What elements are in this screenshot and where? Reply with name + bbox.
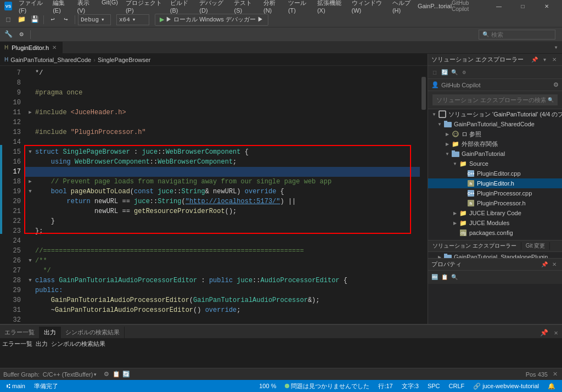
- status-space[interactable]: SPC: [425, 383, 442, 389]
- minimize-button[interactable]: —: [488, 0, 510, 12]
- tree-item-ref[interactable]: ▶ ロ ロ 参照: [428, 129, 562, 139]
- panel-close-btn[interactable]: ✕: [550, 55, 559, 64]
- tab-solution-explorer[interactable]: ソリューション エクスプローラー: [428, 242, 521, 250]
- status-notifications[interactable]: 🔔: [546, 383, 558, 390]
- expand-shared-code[interactable]: ▼: [436, 120, 443, 128]
- tab-symbol-search[interactable]: シンボルの検索結果: [61, 327, 125, 338]
- prop-cat-btn[interactable]: 📋: [440, 273, 449, 282]
- code-content[interactable]: */ #pragma once #include <JuceHeader.h>: [24, 66, 420, 324]
- status-col[interactable]: 文字:3: [400, 382, 421, 390]
- breadcrumb-shared-code[interactable]: GainPanTutorial_SharedCode: [10, 57, 91, 63]
- menu-extensions[interactable]: 拡張機能(X): [314, 0, 347, 15]
- platform-dropdown[interactable]: x64 ▾: [116, 14, 149, 25]
- panel-menu-btn[interactable]: ▾: [540, 55, 549, 64]
- menu-build[interactable]: ビルド(B): [167, 0, 195, 15]
- menu-window[interactable]: ウィンドウ(W): [349, 0, 388, 15]
- tree-item-juce-modules[interactable]: ▶ 📁 JUCE Modules: [428, 218, 562, 228]
- breadcrumb-browser[interactable]: SinglePageBrowser: [98, 57, 151, 63]
- menu-analyze[interactable]: 分析(N): [260, 0, 284, 15]
- collapse-26[interactable]: [26, 257, 34, 265]
- search-input[interactable]: [491, 31, 562, 38]
- tree-item-plugineditor-h[interactable]: h PluginEditor.h: [428, 178, 562, 188]
- close-button[interactable]: ✕: [536, 0, 558, 12]
- tree-item-pluginprocessor-cpp[interactable]: C++ PluginProcessor.cpp: [428, 188, 562, 198]
- tree-item-standalone[interactable]: ▶ GainPanTutorial_StandalonePlugin: [428, 252, 562, 258]
- collapse-11[interactable]: [26, 109, 34, 116]
- solution-search-box[interactable]: 🔍: [432, 94, 558, 105]
- tab-output[interactable]: 出力: [40, 327, 61, 338]
- collapse-15[interactable]: [26, 148, 34, 156]
- tree-item-gainpantutorial[interactable]: ▼ GainPanTutorial: [428, 149, 562, 159]
- buffer-language-dropdown[interactable]: C/C++ (TextBuffer) ▾: [43, 371, 97, 378]
- buffer-close-btn[interactable]: ✕: [551, 371, 559, 378]
- sol-toolbar-btn3[interactable]: 🔍: [450, 68, 459, 77]
- expand-juce-modules[interactable]: ▶: [451, 219, 459, 227]
- toolbar2-btn2[interactable]: ⚙: [15, 29, 27, 41]
- tree-item-source[interactable]: ▼ 📁 Source: [428, 159, 562, 169]
- expand-source[interactable]: ▼: [451, 160, 459, 167]
- menu-project[interactable]: プロジェクト(P): [122, 0, 166, 15]
- tab-close-btn[interactable]: ✕: [51, 44, 58, 51]
- tree-item-plugineditor-cpp[interactable]: C++ PluginEditor.cpp: [428, 169, 562, 178]
- expand-standalone[interactable]: ▶: [436, 253, 443, 258]
- tree-item-pluginprocessor-h[interactable]: h PluginProcessor.h: [428, 198, 562, 208]
- tab-plugineditor-h[interactable]: H PluginEditor.h ✕: [0, 42, 63, 53]
- menu-tools[interactable]: ツール(T): [285, 0, 313, 15]
- expand-external[interactable]: ▶: [443, 140, 451, 148]
- tree-item-packages-config[interactable]: cfg packages.config: [428, 228, 562, 238]
- status-git-icon[interactable]: ⑆ main: [4, 383, 27, 389]
- toolbar2-btn1[interactable]: 🔧: [2, 29, 14, 41]
- properties-pin-btn[interactable]: 📌: [540, 260, 549, 269]
- sol-toolbar-btn4[interactable]: ⚙: [460, 68, 469, 77]
- tab-pin-btn[interactable]: ▾: [550, 42, 562, 53]
- sol-toolbar-btn1[interactable]: ⬚: [430, 68, 439, 77]
- status-zoom[interactable]: 100 %: [257, 383, 278, 389]
- menu-debug[interactable]: デバッグ(D): [196, 0, 229, 15]
- tree-item-external[interactable]: ▶ 📁 外部依存関係: [428, 139, 562, 149]
- expand-ref[interactable]: ▶: [443, 130, 451, 138]
- sol-toolbar-btn2[interactable]: 🔄: [440, 68, 449, 77]
- save-btn[interactable]: 💾: [29, 14, 41, 26]
- status-no-errors[interactable]: 問題は見つかりませんでした: [283, 382, 372, 390]
- collapse-18[interactable]: [26, 178, 34, 186]
- menu-test[interactable]: テスト(S): [231, 0, 259, 15]
- panel-pin-btn[interactable]: 📌: [530, 55, 539, 64]
- status-repo[interactable]: 🔗 juce-webview-tutorial: [471, 383, 541, 390]
- menu-help[interactable]: ヘルプ(H): [389, 0, 418, 15]
- copilot-settings[interactable]: ⚙: [553, 81, 559, 88]
- expand-juce-lib[interactable]: ▶: [451, 209, 459, 217]
- properties-close-btn[interactable]: ✕: [550, 260, 559, 269]
- scroll-thumb[interactable]: [422, 77, 426, 110]
- expand-solution[interactable]: ▼: [430, 110, 438, 118]
- tab-git-changes[interactable]: Git 変更: [521, 242, 550, 250]
- search-box[interactable]: 🔍: [479, 30, 555, 40]
- bottom-panel-close[interactable]: ✕: [550, 327, 562, 339]
- menu-view[interactable]: 表示(V): [74, 0, 97, 15]
- menu-file[interactable]: ファイル(F): [15, 0, 48, 15]
- prop-sort-btn[interactable]: 🔤: [430, 273, 439, 282]
- debug-config-dropdown[interactable]: Debug ▾: [78, 14, 111, 25]
- tree-item-solution[interactable]: ▼ ソリューション 'GainPanTutorial' (4/4 のプロジェクト: [428, 109, 562, 119]
- collapse-19[interactable]: [26, 188, 34, 195]
- buffer-action-1[interactable]: ⚙: [102, 370, 111, 379]
- tab-errors[interactable]: エラー一覧: [0, 327, 40, 338]
- tree-item-juce-lib[interactable]: ▶ 📁 JUCE Library Code: [428, 208, 562, 218]
- buffer-action-2[interactable]: 📋: [112, 370, 121, 379]
- collapse-28[interactable]: [26, 277, 34, 284]
- status-ready[interactable]: 準備完了: [32, 382, 60, 390]
- menu-git[interactable]: Git(G): [98, 0, 121, 15]
- new-project-btn[interactable]: ⬚: [2, 14, 14, 26]
- solution-search-input[interactable]: [436, 97, 546, 103]
- run-btn[interactable]: ▶ ▶ ローカル Windows デバッガー ▶: [155, 14, 268, 26]
- expand-gainpan[interactable]: ▼: [443, 150, 451, 158]
- undo-btn[interactable]: ↩: [47, 14, 59, 26]
- bottom-panel-pin[interactable]: 📌: [538, 327, 550, 339]
- tree-item-shared-code[interactable]: ▼ GainPanTutorial_SharedCode: [428, 119, 562, 129]
- menu-edit[interactable]: 編集(E): [49, 0, 72, 15]
- open-btn[interactable]: 📁: [15, 14, 27, 26]
- redo-btn[interactable]: ↪: [60, 14, 72, 26]
- prop-search-btn[interactable]: 🔍: [450, 273, 459, 282]
- status-line-ending[interactable]: CRLF: [447, 383, 467, 389]
- status-row[interactable]: 行:17: [376, 382, 395, 390]
- maximize-button[interactable]: □: [512, 0, 534, 12]
